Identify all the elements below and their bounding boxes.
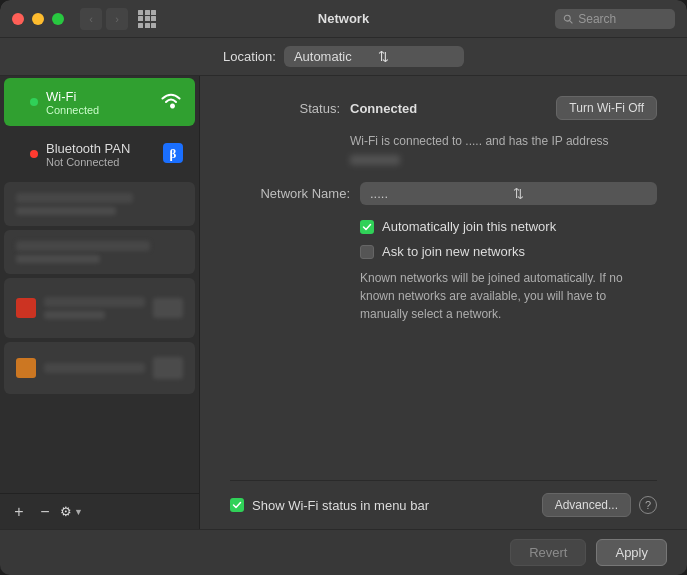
network-name-select[interactable]: ..... ⇅ [360, 182, 657, 205]
help-button[interactable]: ? [639, 496, 657, 514]
location-bar: Location: Automatic ⇅ [0, 38, 687, 76]
auto-join-label: Automatically join this network [382, 219, 556, 234]
detail-bottom: Show Wi-Fi status in menu bar Advanced..… [230, 480, 657, 529]
status-label: Status: [230, 101, 340, 116]
sidebar-item-blurred-2[interactable] [4, 230, 195, 274]
sidebar-item-wifi[interactable]: Wi-Fi Connected [4, 78, 195, 126]
search-input[interactable] [578, 12, 667, 26]
remove-network-button[interactable]: − [34, 501, 56, 523]
search-box[interactable] [555, 9, 675, 29]
search-icon [563, 13, 573, 25]
advanced-button[interactable]: Advanced... [542, 493, 631, 517]
wifi-name: Wi-Fi [46, 89, 99, 104]
forward-button[interactable]: › [106, 8, 128, 30]
ask-join-checkbox[interactable] [360, 245, 374, 259]
minimize-button[interactable] [32, 13, 44, 25]
wifi-icon [159, 92, 183, 113]
bluetooth-icon: β [163, 143, 183, 166]
gear-menu-button[interactable]: ⚙ ▼ [60, 504, 83, 519]
bluetooth-status: Not Connected [46, 156, 130, 168]
close-button[interactable] [12, 13, 24, 25]
show-wifi-checkmark-icon [232, 500, 242, 510]
sidebar-item-blurred-4[interactable] [4, 342, 195, 394]
blurred-content-4 [44, 363, 145, 373]
grid-button[interactable] [136, 8, 158, 30]
status-row: Status: Connected Turn Wi-Fi Off [230, 96, 657, 120]
orange-square-icon [16, 358, 36, 378]
location-value: Automatic [294, 49, 370, 64]
sidebar-toolbar: + − ⚙ ▼ [0, 493, 199, 529]
maximize-button[interactable] [52, 13, 64, 25]
window-title: Network [318, 11, 369, 26]
known-networks-text: Known networks will be joined automatica… [360, 269, 657, 323]
gear-icon: ⚙ [60, 504, 72, 519]
blurred-content-2 [16, 241, 183, 263]
blurred-thumb [153, 298, 183, 318]
bluetooth-item-text: Bluetooth PAN Not Connected [46, 141, 130, 168]
bluetooth-status-dot [30, 150, 38, 158]
show-wifi-row: Show Wi-Fi status in menu bar [230, 498, 429, 513]
wifi-item-text: Wi-Fi Connected [46, 89, 99, 116]
network-chevron-icon: ⇅ [513, 186, 648, 201]
sidebar: Wi-Fi Connected Bluetooth PAN Not [0, 76, 200, 529]
network-name-value: ..... [370, 186, 505, 201]
traffic-lights [12, 13, 64, 25]
footer: Revert Apply [0, 529, 687, 575]
network-name-label: Network Name: [230, 186, 350, 201]
detail-panel: Status: Connected Turn Wi-Fi Off Wi-Fi i… [200, 76, 687, 529]
ask-join-label: Ask to join new networks [382, 244, 525, 259]
show-wifi-label: Show Wi-Fi status in menu bar [252, 498, 429, 513]
location-label: Location: [223, 49, 276, 64]
svg-point-0 [564, 15, 570, 21]
location-select[interactable]: Automatic ⇅ [284, 46, 464, 67]
wifi-item-inner: Wi-Fi Connected [16, 89, 183, 116]
ip-address-blurred [350, 155, 400, 165]
nav-arrows: ‹ › [80, 8, 128, 30]
gear-chevron-icon: ▼ [74, 507, 83, 517]
checkmark-icon [362, 222, 372, 232]
grid-icon [138, 10, 156, 28]
apply-button[interactable]: Apply [596, 539, 667, 566]
main-content: Wi-Fi Connected Bluetooth PAN Not [0, 76, 687, 529]
bt-item-inner: Bluetooth PAN Not Connected β [16, 141, 183, 168]
revert-button[interactable]: Revert [510, 539, 586, 566]
blurred-content-3 [44, 297, 145, 319]
title-bar: ‹ › Network [0, 0, 687, 38]
bluetooth-name: Bluetooth PAN [46, 141, 130, 156]
back-button[interactable]: ‹ [80, 8, 102, 30]
network-name-row: Network Name: ..... ⇅ [230, 182, 657, 205]
location-chevron-icon: ⇅ [378, 49, 454, 64]
wifi-status: Connected [46, 104, 99, 116]
turn-wifi-button[interactable]: Turn Wi-Fi Off [556, 96, 657, 120]
auto-join-row: Automatically join this network [360, 219, 657, 234]
ask-join-row: Ask to join new networks [360, 244, 657, 259]
blurred-content-1 [16, 193, 183, 215]
blurred-thumb-2 [153, 357, 183, 379]
svg-line-1 [570, 20, 573, 23]
wifi-status-dot [30, 98, 38, 106]
wifi-info-text: Wi-Fi is connected to ..... and has the … [350, 132, 657, 168]
svg-text:β: β [170, 146, 177, 161]
sidebar-item-blurred-3[interactable] [4, 278, 195, 338]
status-value: Connected [350, 101, 417, 116]
add-network-button[interactable]: + [8, 501, 30, 523]
auto-join-checkbox[interactable] [360, 220, 374, 234]
red-square-icon [16, 298, 36, 318]
show-wifi-checkbox[interactable] [230, 498, 244, 512]
sidebar-item-bluetooth[interactable]: Bluetooth PAN Not Connected β [4, 130, 195, 178]
sidebar-item-blurred-1[interactable] [4, 182, 195, 226]
wifi-info-label: Wi-Fi is connected to ..... and has the … [350, 134, 609, 148]
